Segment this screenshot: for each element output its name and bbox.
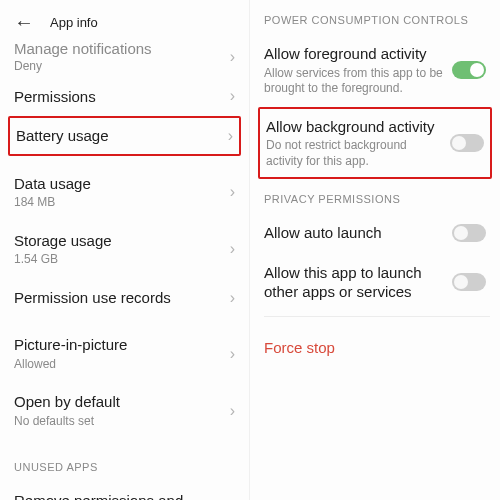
row-remove-permissions[interactable]: Remove permissions and free up space bbox=[14, 481, 239, 500]
allow-foreground-label: Allow foreground activity bbox=[264, 44, 446, 64]
row-battery-usage[interactable]: Battery usage › bbox=[16, 124, 233, 148]
allow-background-sub: Do not restrict background activity for … bbox=[266, 138, 444, 169]
data-usage-label: Data usage bbox=[14, 174, 224, 194]
remove-permissions-label: Remove permissions and free up space bbox=[14, 491, 195, 500]
row-data-usage[interactable]: Data usage 184 MB › bbox=[14, 164, 239, 221]
auto-launch-toggle[interactable] bbox=[452, 224, 486, 242]
storage-usage-value: 1.54 GB bbox=[14, 252, 224, 268]
storage-usage-label: Storage usage bbox=[14, 231, 224, 251]
power-consumption-header: POWER CONSUMPTION CONTROLS bbox=[264, 8, 490, 34]
pip-sub: Allowed bbox=[14, 357, 224, 373]
row-allow-foreground[interactable]: Allow foreground activity Allow services… bbox=[264, 34, 490, 107]
back-arrow-icon[interactable]: ← bbox=[14, 12, 34, 32]
row-auto-launch[interactable]: Allow auto launch bbox=[264, 213, 490, 253]
row-permission-records[interactable]: Permission use records › bbox=[14, 278, 239, 318]
allow-foreground-sub: Allow services from this app to be broug… bbox=[264, 66, 446, 97]
open-default-sub: No defaults set bbox=[14, 414, 224, 430]
chevron-right-icon: › bbox=[224, 183, 235, 201]
chevron-right-icon: › bbox=[224, 289, 235, 307]
allow-foreground-toggle[interactable] bbox=[452, 61, 486, 79]
force-stop-button[interactable]: Force stop bbox=[264, 321, 490, 374]
row-allow-background[interactable]: Allow background activity Do not restric… bbox=[266, 115, 484, 172]
chevron-right-icon: › bbox=[224, 48, 235, 66]
header-title: App info bbox=[50, 15, 98, 30]
row-manage-notifications[interactable]: Manage notifications Deny › bbox=[14, 40, 239, 77]
permissions-label: Permissions bbox=[14, 87, 224, 107]
chevron-right-icon: › bbox=[224, 345, 235, 363]
row-permissions[interactable]: Permissions › bbox=[14, 77, 239, 117]
app-info-pane: ← App info Manage notifications Deny › P… bbox=[0, 0, 250, 500]
allow-background-highlight: Allow background activity Do not restric… bbox=[258, 107, 492, 180]
battery-usage-label: Battery usage bbox=[16, 126, 222, 146]
deny-label: Deny bbox=[14, 59, 224, 75]
auto-launch-label: Allow auto launch bbox=[264, 223, 446, 243]
battery-usage-pane: POWER CONSUMPTION CONTROLS Allow foregro… bbox=[250, 0, 500, 500]
launch-other-toggle[interactable] bbox=[452, 273, 486, 291]
open-default-label: Open by default bbox=[14, 392, 224, 412]
privacy-permissions-header: PRIVACY PERMISSIONS bbox=[264, 179, 490, 213]
row-picture-in-picture[interactable]: Picture-in-picture Allowed › bbox=[14, 325, 239, 382]
manage-notifications-label: Manage notifications bbox=[14, 40, 224, 57]
battery-usage-highlight: Battery usage › bbox=[8, 116, 241, 156]
permission-records-label: Permission use records bbox=[14, 288, 224, 308]
pip-label: Picture-in-picture bbox=[14, 335, 224, 355]
allow-background-label: Allow background activity bbox=[266, 117, 444, 137]
header: ← App info bbox=[14, 8, 239, 40]
row-storage-usage[interactable]: Storage usage 1.54 GB › bbox=[14, 221, 239, 278]
allow-background-toggle[interactable] bbox=[450, 134, 484, 152]
unused-apps-header: UNUSED APPS bbox=[14, 447, 239, 481]
chevron-right-icon: › bbox=[224, 240, 235, 258]
data-usage-value: 184 MB bbox=[14, 195, 224, 211]
chevron-right-icon: › bbox=[222, 127, 233, 145]
row-launch-other[interactable]: Allow this app to launch other apps or s… bbox=[264, 253, 490, 312]
chevron-right-icon: › bbox=[224, 402, 235, 420]
chevron-right-icon: › bbox=[224, 87, 235, 105]
divider bbox=[264, 316, 490, 317]
launch-other-label: Allow this app to launch other apps or s… bbox=[264, 263, 446, 302]
row-open-by-default[interactable]: Open by default No defaults set › bbox=[14, 382, 239, 439]
